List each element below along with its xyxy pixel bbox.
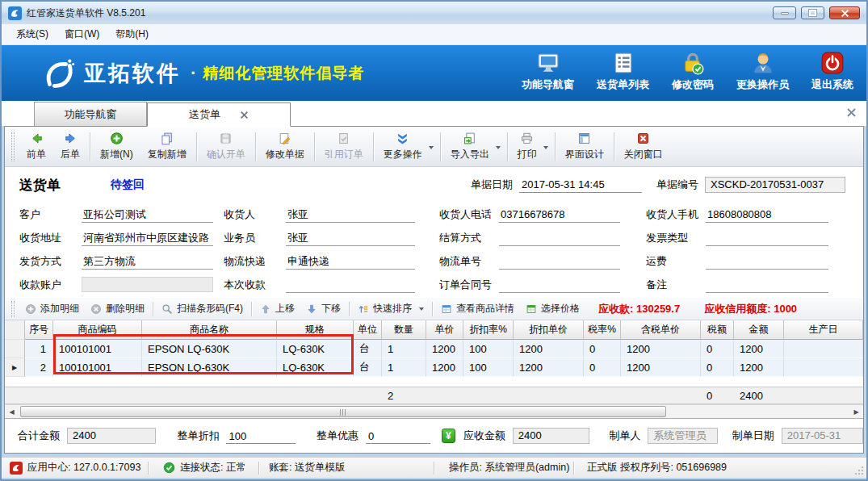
invoice-type-field[interactable] [706, 229, 828, 246]
remove-circle-icon [90, 303, 102, 315]
col-header[interactable]: 含税单价 [621, 320, 701, 340]
banner-action-label: 修改密码 [672, 77, 714, 92]
make-date-label: 制单日期 [732, 429, 774, 443]
consignee-mobile-field[interactable]: 18608080808 [706, 206, 828, 223]
confirm-order-button[interactable]: 确认开单 [199, 129, 253, 164]
consignee-field[interactable]: 张亚 [286, 206, 415, 223]
yen-button[interactable]: ¥ [442, 429, 455, 443]
quote-order-button[interactable]: 引用订单 [317, 129, 371, 164]
ui-design-button[interactable]: 界面设计 [558, 129, 611, 164]
tab-nav-window[interactable]: 功能导航窗 [34, 102, 147, 126]
move-up-button[interactable]: 上移 [254, 300, 300, 317]
banner-action-exit-system[interactable]: 退出系统 [811, 51, 853, 92]
choose-price-button[interactable]: 选择价格 [520, 300, 585, 317]
scroll-left-icon[interactable]: ◀ [5, 405, 19, 418]
cell: 台 [354, 358, 382, 377]
minimize-button[interactable] [773, 6, 796, 19]
col-header[interactable]: 折扣率% [463, 320, 514, 340]
brand-separator: · [191, 63, 196, 84]
banner-action-order-list[interactable]: 送货单列表 [597, 51, 649, 92]
scroll-right-icon[interactable]: ▶ [849, 405, 863, 418]
copy-new-button[interactable]: 复制新增 [140, 129, 194, 164]
col-header[interactable]: 商品编码 [53, 320, 142, 340]
tabbar-close-icon[interactable] [846, 107, 857, 118]
payment-field[interactable] [286, 276, 415, 293]
tab-close-icon[interactable] [240, 111, 249, 119]
more-actions-button[interactable]: 更多操作 [376, 129, 438, 164]
order-toolbar: 前单 后单 新增(N) 复制新增 确认开单 修改 [5, 127, 863, 167]
scrollbar-thumb[interactable] [20, 406, 666, 417]
prev-order-button[interactable]: 前单 [19, 129, 53, 164]
maximize-button[interactable] [801, 6, 824, 19]
edit-order-button[interactable]: 修改单据 [258, 129, 312, 164]
import-export-button[interactable]: 导入导出 [443, 129, 505, 164]
col-header[interactable]: 商品名称 [142, 320, 277, 340]
quick-sort-button[interactable]: 快速排序 [352, 300, 430, 317]
receivable-amount-label: 应收金额 [463, 429, 505, 443]
menu-system[interactable]: 系统(S) [8, 25, 57, 44]
row-pointer-icon: ▶ [5, 358, 25, 377]
banner-action-nav-window[interactable]: 功能导航窗 [522, 51, 574, 92]
cell: 1200 [734, 358, 784, 377]
col-header[interactable]: 金额 [734, 320, 784, 340]
close-window-button[interactable]: 关闭窗口 [617, 129, 670, 164]
freight-field[interactable] [706, 253, 828, 270]
address-field[interactable]: 河南省郑州市中原区建设路 [82, 229, 213, 246]
col-header[interactable]: 数量 [382, 320, 426, 340]
horizontal-scrollbar[interactable]: ◀ ▶ [5, 404, 863, 418]
consignee-phone-field[interactable]: 03716678678 [499, 206, 620, 223]
new-order-button[interactable]: 新增(N) [93, 129, 140, 164]
summary-amount: 2400 [734, 387, 784, 404]
col-header[interactable]: 单位 [354, 320, 382, 340]
menu-window[interactable]: 窗口(W) [57, 25, 107, 44]
button-label: 更多操作 [384, 148, 422, 161]
order-discount-field[interactable]: 100 [226, 429, 296, 444]
add-detail-button[interactable]: 添加明细 [19, 300, 85, 317]
toolbar-drag-handle[interactable] [11, 132, 15, 161]
delivery-order-panel: 前单 后单 新增(N) 复制新增 确认开单 修改 [4, 126, 864, 454]
button-label: 下移 [321, 302, 341, 316]
view-product-detail-button[interactable]: 查看商品详情 [435, 300, 520, 317]
close-button[interactable] [829, 6, 860, 19]
delete-detail-button[interactable]: 删除明细 [85, 300, 150, 317]
order-discount-label: 整单折扣 [177, 429, 219, 443]
table-row[interactable]: 1 100101001 EPSON LQ-630K LQ-630K 台 1 12… [5, 340, 863, 358]
contract-no-field[interactable] [499, 276, 620, 293]
tab-delivery-order[interactable]: 送货单 [147, 102, 291, 127]
salesman-field[interactable]: 张亚 [286, 229, 415, 246]
logistics-no-field[interactable] [499, 253, 620, 270]
settlement-field[interactable] [499, 229, 620, 246]
cell: 100101001 [53, 340, 142, 358]
col-header[interactable]: 单价 [426, 320, 463, 340]
scan-barcode-button[interactable]: 扫描条形码(F4) [156, 300, 249, 317]
plus-circle-icon [110, 132, 124, 145]
order-offer-field[interactable]: 0 [366, 429, 430, 444]
print-button[interactable]: 打印 [510, 129, 552, 164]
menu-help[interactable]: 帮助(H) [107, 25, 157, 44]
ship-method-field[interactable]: 第三方物流 [82, 253, 213, 270]
resize-grip[interactable] [854, 466, 864, 475]
cell: 0 [584, 340, 621, 358]
next-order-button[interactable]: 后单 [53, 129, 87, 164]
customer-field[interactable]: 亚拓公司测试 [82, 206, 213, 223]
move-down-button[interactable]: 下移 [300, 300, 346, 317]
col-header[interactable]: 折扣单价 [514, 320, 584, 340]
detail-drag-handle[interactable] [11, 301, 15, 317]
col-header[interactable]: 生产日 [784, 320, 863, 340]
dropdown-caret-icon [429, 146, 434, 149]
banner-action-change-password[interactable]: 修改密码 [672, 51, 714, 92]
button-label: 导入导出 [451, 148, 489, 161]
doc-date-field[interactable]: 2017-05-31 14:45 [519, 177, 642, 193]
col-header[interactable]: 税率% [584, 320, 621, 340]
banner-action-switch-operator[interactable]: 更换操作员 [736, 51, 789, 92]
logistics-field[interactable]: 申通快递 [286, 253, 415, 270]
credit-label: 应收信用额度: [704, 303, 770, 315]
status-book-text: 账套: 送货单模版 [269, 461, 345, 475]
window-design-icon [577, 132, 591, 145]
col-header[interactable]: 序号 [25, 320, 53, 340]
doc-no-label: 单据编号 [656, 178, 698, 192]
col-header[interactable]: 税额 [701, 320, 734, 340]
col-header[interactable]: 规格 [277, 320, 354, 340]
table-row-selected[interactable]: ▶ 2 100101001 EPSON LQ-630K LQ-630K 台 1 … [5, 358, 863, 377]
remark-field[interactable] [706, 276, 828, 293]
